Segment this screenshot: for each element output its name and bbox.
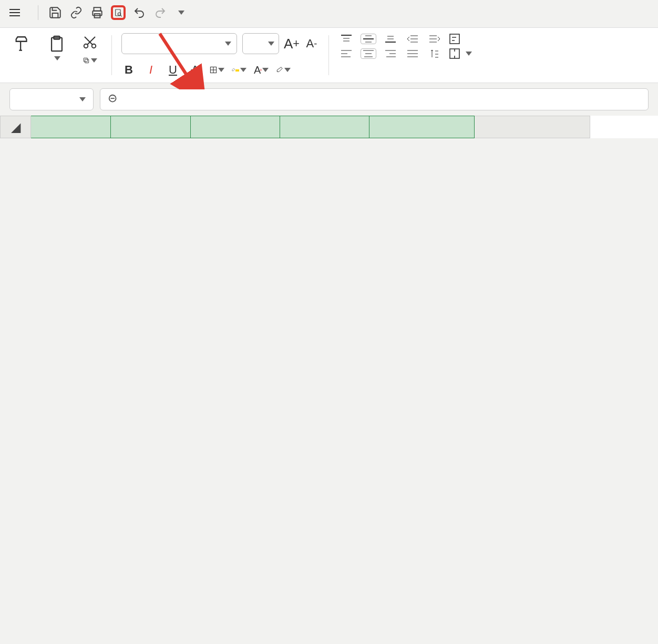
orientation-icon[interactable] — [427, 48, 443, 59]
border-button[interactable] — [210, 63, 224, 77]
svg-rect-13 — [85, 59, 89, 63]
share-icon[interactable] — [69, 5, 84, 20]
bold-button[interactable]: B — [121, 63, 136, 77]
paste-label[interactable] — [53, 56, 60, 60]
col-header-F[interactable] — [475, 116, 590, 138]
redo-icon[interactable] — [153, 5, 168, 20]
format-painter-icon[interactable] — [12, 33, 33, 54]
increase-font-icon[interactable]: A+ — [284, 36, 299, 51]
align-justify-icon[interactable] — [405, 48, 420, 59]
save-icon[interactable] — [48, 5, 63, 20]
svg-line-6 — [160, 34, 189, 79]
wrap-text-button[interactable] — [449, 33, 462, 45]
indent-increase-icon[interactable] — [427, 34, 443, 44]
col-header-A[interactable] — [31, 116, 111, 138]
fill-color-button[interactable] — [232, 63, 246, 77]
col-header-B[interactable] — [111, 116, 191, 138]
file-menu[interactable] — [9, 12, 23, 13]
cut-icon[interactable] — [81, 33, 99, 51]
print-icon[interactable] — [90, 5, 105, 20]
align-center-icon[interactable] — [361, 48, 376, 59]
svg-rect-0 — [94, 7, 101, 11]
font-color-button[interactable]: A — [254, 63, 269, 77]
print-preview-icon[interactable] — [111, 5, 126, 20]
zoom-icon — [108, 94, 119, 105]
col-header-E[interactable] — [369, 116, 475, 138]
formula-bar[interactable] — [100, 88, 649, 110]
eraser-button[interactable] — [276, 63, 291, 77]
indent-decrease-icon[interactable] — [405, 34, 420, 44]
name-box[interactable] — [9, 88, 94, 110]
font-size-select[interactable] — [242, 33, 279, 54]
copy-icon[interactable] — [83, 53, 97, 68]
merge-cells-button[interactable] — [449, 48, 472, 59]
decrease-font-icon[interactable]: A- — [304, 36, 319, 51]
align-right-icon[interactable] — [383, 48, 398, 59]
col-header-C[interactable] — [191, 116, 280, 138]
paste-icon[interactable] — [46, 33, 67, 54]
dropdown-icon[interactable] — [174, 5, 189, 20]
spreadsheet-grid[interactable]: ◢ — [0, 116, 658, 138]
align-left-icon[interactable] — [338, 48, 354, 59]
undo-icon[interactable] — [132, 5, 147, 20]
divider — [38, 5, 38, 20]
svg-rect-14 — [84, 58, 87, 62]
align-top-icon[interactable] — [338, 34, 354, 44]
align-middle-icon[interactable] — [361, 34, 376, 44]
align-bottom-icon[interactable] — [383, 34, 398, 44]
ribbon: A+ A- B I U A A — [0, 27, 658, 83]
annotation-arrow — [158, 32, 205, 89]
select-all-corner[interactable]: ◢ — [1, 116, 31, 138]
col-header-D[interactable] — [280, 116, 369, 138]
italic-button[interactable]: I — [143, 63, 158, 77]
menu-icon — [9, 12, 20, 13]
svg-rect-33 — [450, 34, 459, 44]
